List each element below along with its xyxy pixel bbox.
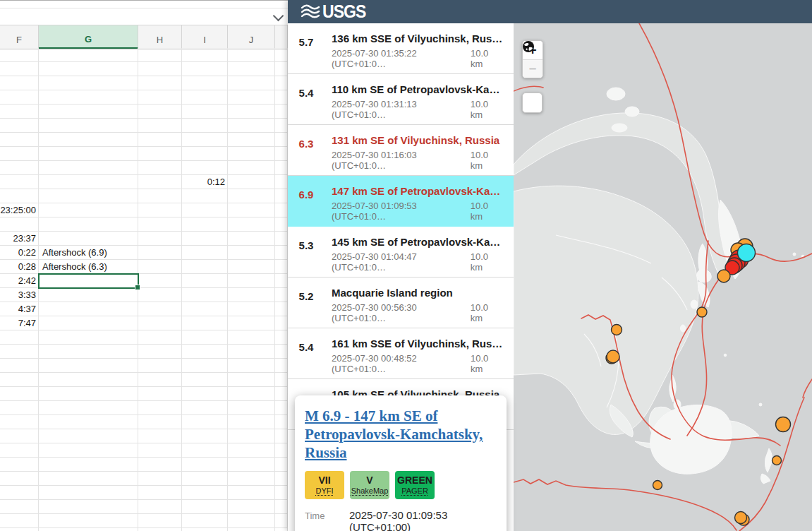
field-label: Time [305,509,349,531]
quake-list-item[interactable]: 6.3131 km SE of Vilyuchinsk, Russia2025-… [288,125,514,176]
quake-meta: 2025-07-30 00:56:30 (UTC+01:0…10.0 km [332,302,502,323]
usgs-logo-text: USGS [322,1,366,22]
quake-time: 2025-07-30 01:09:53 (UTC+01:0… [332,201,471,222]
quake-depth: 10.0 km [471,353,502,374]
quake-magnitude: 5.4 [288,328,325,378]
dyfi-badge[interactable]: VIIDYFI [305,471,344,499]
sheet-grid[interactable]: 0:1223:25:0023:370:22Aftershock (6.9)0:2… [0,48,288,531]
event-fields: Time2025-07-30 01:09:53 (UTC+01:00)Locat… [305,509,497,531]
quake-depth: 10.0 km [471,251,502,273]
quake-title: Macquarie Island region [332,287,502,299]
earthquake-marker[interactable] [612,325,622,335]
sheet-cell-F19[interactable]: 4:37 [0,302,39,316]
usgs-logo[interactable]: USGS [300,1,370,22]
quake-body: 131 km SE of Vilyuchinsk, Russia2025-07-… [325,125,514,175]
pager-badge[interactable]: GREENPAGER [395,471,435,499]
quake-list-item[interactable]: 5.4110 km SE of Petropavlovsk-Ka…2025-07… [288,74,514,125]
quake-body: Macquarie Island region2025-07-30 00:56:… [325,278,514,328]
screen: FGHIJ 0:1223:25:0023:370:22Aftershock (6… [0,0,812,531]
earthquake-marker[interactable] [653,481,662,490]
earthquake-marker[interactable] [697,307,707,317]
sheet-cell-G15[interactable]: Aftershock (6.9) [39,246,138,260]
sheet-cell-F18[interactable]: 3:33 [0,288,39,302]
quake-depth: 10.0 km [471,302,502,323]
chevron-down-icon[interactable] [273,11,284,22]
event-popup: M 6.9 - 147 km SE of Petropavlovsk-Kamch… [295,395,507,531]
grid-line [274,48,275,531]
active-cell-G17[interactable] [38,273,139,289]
quake-magnitude: 6.3 [288,125,325,175]
badge-label[interactable]: DYFI [315,486,333,496]
sheet-cell-G16[interactable]: Aftershock (6.3) [39,260,138,274]
formula-bar[interactable] [0,1,288,25]
quake-magnitude: 5.4 [288,74,325,124]
column-header-H[interactable]: H [138,25,182,48]
sheet-cell-F17[interactable]: 2:42 [0,274,39,288]
column-header-partial[interactable] [275,25,288,48]
quake-meta: 2025-07-30 01:35:22 (UTC+01:0…10.0 km [332,48,502,69]
earthquake-marker[interactable] [772,456,782,465]
event-popup-title-link[interactable]: M 6.9 - 147 km SE of Petropavlovsk-Kamch… [305,407,497,462]
sheet-cell-F12[interactable]: 23:25:00 [0,203,39,217]
column-headers: FGHIJ [0,25,288,49]
quake-magnitude: 6.9 [288,176,325,226]
spreadsheet-panel: FGHIJ 0:1223:25:0023:370:22Aftershock (6… [0,0,288,531]
earthquake-marker[interactable] [735,512,747,524]
quake-body: 110 km SE of Petropavlovsk-Ka…2025-07-30… [325,74,514,124]
quake-list-item[interactable]: 5.4161 km SSE of Vilyuchinsk, Rus…2025-0… [288,328,514,379]
quake-meta: 2025-07-30 01:04:47 (UTC+01:0…10.0 km [332,251,502,273]
quake-title: 131 km SE of Vilyuchinsk, Russia [332,134,502,146]
map[interactable]: + − [514,23,812,531]
column-header-J[interactable]: J [228,25,275,48]
usgs-window: USGS 5.7136 km SSE of Vilyuchinsk, Rus…2… [288,0,812,531]
usgs-header: USGS [288,0,812,23]
column-header-G[interactable]: G [39,25,138,49]
badge-label[interactable]: ShakeMap [351,486,389,496]
map-controls: + − [522,40,543,113]
quake-title: 136 km SSE of Vilyuchinsk, Rus… [332,32,502,44]
quake-depth: 10.0 km [471,201,502,222]
sheet-cell-F16[interactable]: 0:28 [0,260,39,274]
quake-meta: 2025-07-30 00:48:52 (UTC+01:0…10.0 km [332,353,502,374]
column-header-F[interactable]: F [0,25,39,48]
impact-badges: VIIDYFIVShakeMapGREENPAGER [305,471,497,499]
earthquake-marker-selected[interactable] [738,244,756,262]
quake-meta: 2025-07-30 01:16:03 (UTC+01:0…10.0 km [332,150,502,171]
quake-time: 2025-07-30 01:31:13 (UTC+01:0… [332,99,471,120]
quake-time: 2025-07-30 00:48:52 (UTC+01:0… [332,353,471,374]
quake-body: 136 km SSE of Vilyuchinsk, Rus…2025-07-3… [325,23,514,73]
sheet-cell-F15[interactable]: 0:22 [0,246,39,260]
shakemap-badge[interactable]: VShakeMap [350,471,389,499]
quake-title: 110 km SE of Petropavlovsk-Ka… [332,83,502,95]
quake-list-item[interactable]: 5.3145 km SE of Petropavlovsk-Ka…2025-07… [288,227,514,278]
column-header-I[interactable]: I [182,25,228,48]
quake-list-item[interactable]: 5.7136 km SSE of Vilyuchinsk, Rus…2025-0… [288,23,514,74]
quake-time: 2025-07-30 01:35:22 (UTC+01:0… [332,48,471,69]
quake-magnitude: 5.3 [288,227,325,277]
earthquake-marker[interactable] [776,417,791,432]
map-zoom-out-button[interactable]: − [523,59,543,78]
sheet-cell-F20[interactable]: 7:47 [0,316,39,330]
quake-list-item[interactable]: 6.9147 km SE of Petropavlovsk-Ka…2025-07… [288,176,514,227]
quake-depth: 10.0 km [471,48,502,69]
earthquake-marker[interactable] [607,350,619,363]
badge-value: VII [318,475,330,486]
badge-label[interactable]: PAGER [401,486,428,496]
quake-meta: 2025-07-30 01:09:53 (UTC+01:0…10.0 km [332,201,502,222]
grid-line [181,48,182,531]
sheet-cell-F14[interactable]: 23:37 [0,232,39,246]
quake-time: 2025-07-30 01:16:03 (UTC+01:0… [332,150,471,171]
quake-meta: 2025-07-30 01:31:13 (UTC+01:0…10.0 km [332,99,502,120]
quake-depth: 10.0 km [471,150,502,171]
sheet-cell-I10[interactable]: 0:12 [182,175,228,189]
fill-handle[interactable] [135,285,140,290]
quake-title: 145 km SE of Petropavlovsk-Ka… [332,236,502,248]
earthquake-marker[interactable] [717,270,730,282]
quake-body: 161 km SSE of Vilyuchinsk, Rus…2025-07-3… [325,328,514,378]
quake-time: 2025-07-30 01:04:47 (UTC+01:0… [332,251,471,273]
quake-title: 147 km SE of Petropavlovsk-Ka… [332,185,502,197]
quake-body: 145 km SE of Petropavlovsk-Ka…2025-07-30… [325,227,514,277]
globe-icon [522,40,535,53]
map-globe-button[interactable] [522,93,543,113]
quake-list-item[interactable]: 5.2Macquarie Island region2025-07-30 00:… [288,278,514,328]
